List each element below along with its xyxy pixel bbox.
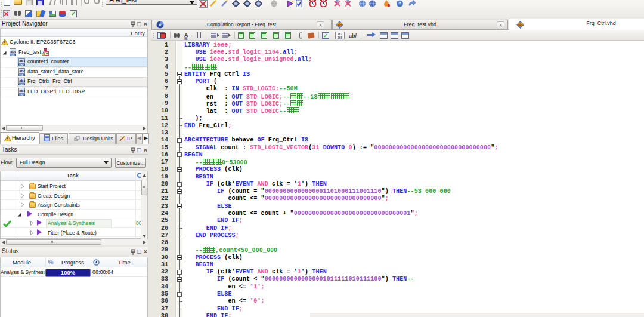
svg-text:abc: abc (19, 79, 25, 82)
svg-text:VHD: VHD (10, 54, 15, 56)
svg-text:abc: abc (337, 23, 342, 26)
svg-text:abc: abc (19, 59, 25, 63)
svg-text:VHD: VHD (19, 73, 24, 75)
svg-text:VHD: VHD (19, 64, 24, 66)
svg-text:?: ? (398, 1, 401, 7)
svg-text:VHD: VHD (19, 93, 24, 95)
svg-text:abc: abc (518, 23, 523, 26)
svg-text:abc: abc (19, 69, 25, 73)
svg-text:VHD: VHD (19, 84, 24, 85)
svg-text:abc: abc (10, 50, 16, 53)
svg-text:abc: abc (19, 89, 25, 93)
